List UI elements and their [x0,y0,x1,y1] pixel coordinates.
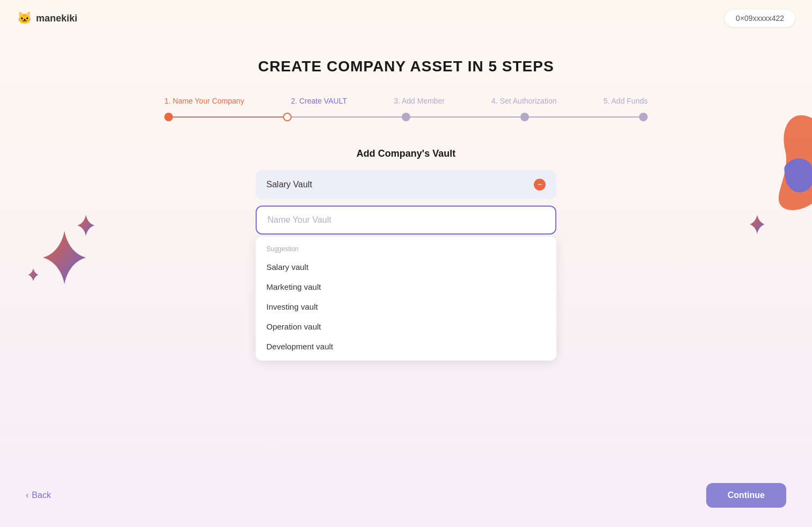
logo: 🐱 manekiki [17,11,77,25]
continue-button[interactable]: Continue [706,483,786,508]
stepper-track [164,113,648,121]
card-title: Add Company's Vault [357,148,455,159]
suggestion-item-4[interactable]: Operation vault [256,317,556,336]
vault-chip: Salary Vault − [256,170,556,199]
suggestion-item-3[interactable]: Investing vault [256,297,556,317]
step-label-4: 4. Set Authorization [491,97,556,105]
step-line-4-5 [529,116,639,118]
step-label-3: 3. Add Member [394,97,445,105]
step-label-5: 5. Add Funds [603,97,648,105]
vault-name-input[interactable] [256,206,556,235]
step-label-1: 1. Name Your Company [164,97,244,105]
chevron-left-icon: ‹ [26,491,28,500]
suggestions-dropdown: Suggestion Salary vault Marketing vault … [256,237,556,361]
remove-vault-button[interactable]: − [534,179,546,191]
step-line-1-2 [173,116,283,118]
suggestion-label: Suggestion [256,243,556,257]
card-section: Add Company's Vault Salary Vault − Sugge… [256,148,556,361]
step-line-2-3 [292,116,402,118]
stepper: 1. Name Your Company 2. Create VAULT 3. … [164,97,648,121]
step-label-2: 2. Create VAULT [291,97,347,105]
wallet-badge: 0×09xxxxx422 [725,10,795,27]
logo-text: manekiki [36,13,77,24]
suggestion-item-1[interactable]: Salary vault [256,257,556,277]
step-dot-5 [639,113,648,121]
logo-icon: 🐱 [17,11,32,25]
step-dot-1 [164,113,173,121]
back-label: Back [32,491,51,500]
step-line-3-4 [410,116,520,118]
step-dot-3 [402,113,410,121]
suggestion-item-2[interactable]: Marketing vault [256,277,556,297]
step-dot-4 [520,113,529,121]
stepper-labels: 1. Name Your Company 2. Create VAULT 3. … [164,97,648,105]
header: 🐱 manekiki 0×09xxxxx422 [0,0,812,36]
footer: ‹ Back Continue [0,470,812,527]
page-title: CREATE COMPANY ASSET IN 5 STEPS [258,58,554,75]
suggestion-item-5[interactable]: Development vault [256,336,556,356]
step-dot-2 [283,113,292,121]
back-button[interactable]: ‹ Back [26,491,51,500]
vault-chip-name: Salary Vault [266,180,312,189]
main-content: CREATE COMPANY ASSET IN 5 STEPS 1. Name … [0,36,812,361]
